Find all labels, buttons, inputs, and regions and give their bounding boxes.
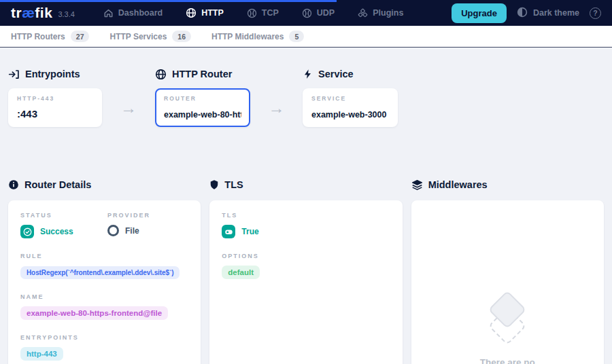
empty-text-line1: There are no	[424, 356, 592, 364]
router-details-section: Router Details STATUS Success PRO	[8, 179, 201, 364]
card-label: ROUTER	[164, 95, 241, 102]
sphere-icon	[247, 8, 257, 18]
logo-text: fik	[35, 5, 52, 20]
middlewares-section: Middlewares There are no Middlewares con…	[411, 179, 604, 364]
nav-item-label: Dashboard	[118, 8, 163, 18]
lightning-icon	[303, 69, 313, 79]
logo-text: tr	[11, 5, 22, 20]
flow-arrow-icon: →	[250, 88, 303, 127]
home-icon	[103, 8, 114, 18]
card-label: HTTP-443	[17, 95, 93, 102]
service-column: Service SERVICE example-web-3000	[303, 68, 398, 127]
provider-field: PROVIDER File	[107, 212, 150, 238]
topbar: træfik 3.3.4 Dashboard HTTP TCP UDP	[0, 0, 612, 26]
globe-icon	[186, 7, 197, 18]
router-column: HTTP Router ROUTER example-web-80-https…	[155, 68, 250, 127]
info-icon	[8, 179, 19, 190]
router-details-header: Router Details	[8, 179, 201, 191]
success-check-icon	[20, 225, 34, 238]
nav-item-dashboard[interactable]: Dashboard	[103, 8, 163, 18]
middlewares-card: There are no Middlewares configured	[411, 200, 604, 364]
tls-card: TLS True OPTIONS default	[209, 200, 402, 364]
nav-item-label: UDP	[317, 8, 335, 18]
tab-label: HTTP Middlewares	[211, 32, 284, 41]
nav-item-http[interactable]: HTTP	[186, 7, 224, 18]
card-value: example-web-80-https…	[164, 110, 241, 120]
nav-item-label: Plugins	[373, 8, 403, 18]
tls-header: TLS	[209, 179, 402, 191]
topbar-right: Upgrade Dark theme ?	[452, 3, 601, 23]
service-header: Service	[303, 68, 398, 80]
field-label: STATUS	[20, 212, 107, 219]
tab-http-routers[interactable]: HTTP Routers 27	[11, 31, 89, 42]
logo-ae: æ	[22, 5, 35, 20]
field-label: NAME	[20, 293, 188, 300]
section-title: Router Details	[24, 179, 91, 190]
http-router-header: HTTP Router	[155, 68, 250, 80]
main-nav: Dashboard HTTP TCP UDP Plugins	[103, 7, 404, 18]
tab-count-badge: 5	[289, 31, 304, 42]
file-provider-icon	[107, 225, 119, 236]
router-card[interactable]: ROUTER example-web-80-https…	[155, 88, 250, 127]
options-pill: default	[222, 266, 260, 279]
nav-item-label: TCP	[262, 8, 279, 18]
tab-label: HTTP Routers	[11, 32, 65, 41]
tls-value: True	[241, 227, 258, 236]
version-label: 3.3.4	[58, 10, 74, 18]
contrast-icon	[517, 7, 528, 20]
card-value: example-web-3000	[311, 110, 389, 120]
shield-icon	[209, 179, 219, 190]
plugins-icon	[358, 8, 368, 18]
nav-item-label: HTTP	[201, 8, 224, 18]
entrypoint-pill: http-443	[20, 347, 63, 361]
entrypoints-field: ENTRYPOINTS http-443	[20, 334, 188, 361]
tab-http-services[interactable]: HTTP Services 16	[109, 31, 191, 42]
empty-state-text: There are no Middlewares configured	[424, 356, 592, 364]
detail-panels: Router Details STATUS Success PRO	[8, 179, 604, 364]
section-title: Middlewares	[428, 179, 488, 190]
sphere-icon	[302, 8, 312, 18]
layers-icon	[411, 179, 423, 191]
entrypoint-card[interactable]: HTTP-443 :443	[8, 88, 102, 127]
router-details-card: STATUS Success PROVIDER File	[8, 200, 201, 364]
service-card[interactable]: SERVICE example-web-3000	[303, 88, 398, 127]
main-content: Entrypoints HTTP-443 :443 → HTTP Router …	[0, 48, 612, 364]
nav-item-udp[interactable]: UDP	[302, 8, 335, 18]
section-title: Entrypoints	[25, 69, 80, 79]
name-field: NAME example-web-80-https-frontend@file	[20, 293, 188, 320]
entrypoints-header: Entrypoints	[8, 68, 102, 80]
theme-toggle-label: Dark theme	[533, 8, 579, 18]
globe-icon	[155, 69, 167, 80]
field-label: ENTRYPOINTS	[20, 334, 188, 341]
card-label: SERVICE	[311, 95, 389, 102]
flow-arrow-icon: →	[102, 88, 155, 127]
tab-label: HTTP Services	[109, 32, 167, 41]
middlewares-empty-state: There are no Middlewares configured	[424, 295, 592, 364]
options-field: OPTIONS default	[222, 253, 390, 279]
rule-field: RULE HostRegexp(`^frontend\.example\.dde…	[20, 253, 188, 279]
field-label: PROVIDER	[107, 212, 150, 219]
status-provider-row: STATUS Success PROVIDER File	[20, 212, 188, 238]
help-icon[interactable]: ?	[590, 7, 601, 19]
nav-item-tcp[interactable]: TCP	[247, 8, 279, 18]
section-title: HTTP Router	[172, 69, 232, 79]
layers-empty-illustration	[481, 295, 533, 346]
dark-theme-toggle[interactable]: Dark theme	[517, 7, 579, 20]
nav-item-plugins[interactable]: Plugins	[358, 8, 403, 18]
tls-section: TLS TLS True OPTIONS default	[209, 179, 402, 364]
status-field: STATUS Success	[20, 212, 107, 238]
loading-progress-bar	[0, 0, 337, 2]
tls-field: TLS True	[222, 212, 390, 238]
entrypoints-column: Entrypoints HTTP-443 :443	[8, 68, 102, 127]
provider-value: File	[125, 226, 139, 236]
field-label: TLS	[222, 212, 390, 219]
tab-count-badge: 16	[172, 31, 191, 42]
section-title: TLS	[224, 179, 243, 190]
traefik-logo[interactable]: træfik	[11, 5, 52, 21]
login-arrow-icon	[8, 69, 20, 80]
status-value: Success	[40, 227, 73, 236]
name-pill: example-web-80-https-frontend@file	[20, 306, 168, 320]
upgrade-button[interactable]: Upgrade	[452, 3, 507, 23]
tab-http-middlewares[interactable]: HTTP Middlewares 5	[211, 31, 304, 42]
middlewares-header: Middlewares	[411, 179, 604, 191]
